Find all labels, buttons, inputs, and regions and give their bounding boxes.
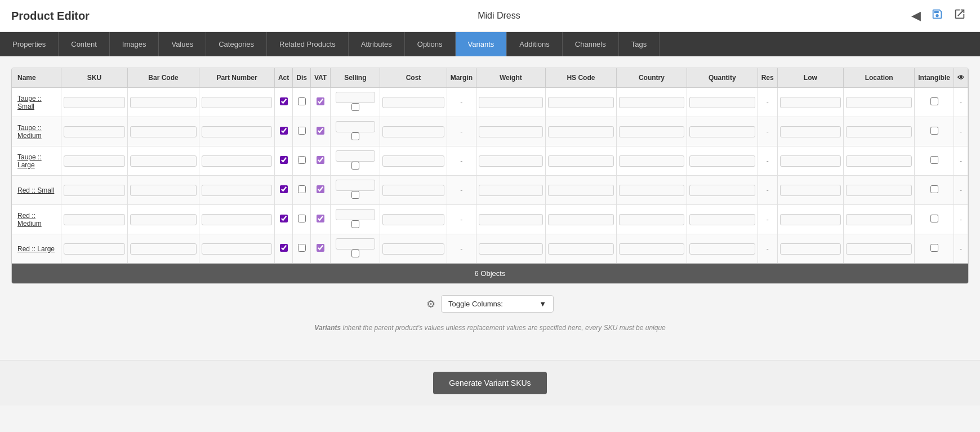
act-checkbox[interactable] [280, 185, 288, 193]
variant-name-link[interactable]: Taupe :: Large [17, 153, 42, 169]
generate-variant-skus-button[interactable]: Generate Variant SKUs [433, 372, 546, 394]
vat-checkbox[interactable] [317, 244, 324, 252]
intangible-checkbox[interactable] [930, 244, 938, 252]
tab-values[interactable]: Values [159, 32, 206, 56]
export-button[interactable] [951, 7, 969, 25]
vat-checkbox[interactable] [317, 185, 324, 193]
low-input[interactable] [780, 126, 841, 137]
weight-input[interactable] [479, 155, 543, 167]
low-input[interactable] [780, 155, 841, 167]
tab-tags[interactable]: Tags [619, 32, 660, 56]
intangible-checkbox[interactable] [930, 215, 938, 222]
vat-checkbox[interactable] [317, 156, 324, 164]
tab-attributes[interactable]: Attributes [349, 32, 405, 56]
partnumber-input[interactable] [202, 214, 272, 225]
intangible-checkbox[interactable] [930, 185, 938, 193]
selling-input[interactable] [336, 121, 375, 132]
country-input[interactable] [619, 97, 684, 108]
partnumber-input[interactable] [202, 243, 272, 255]
toggle-columns-dropdown[interactable]: Toggle Columns: ▼ [441, 295, 554, 313]
intangible-checkbox[interactable] [930, 127, 938, 135]
weight-input[interactable] [479, 214, 543, 225]
weight-input[interactable] [479, 185, 543, 196]
selling-checkbox[interactable] [351, 103, 359, 111]
selling-input[interactable] [336, 209, 375, 220]
variant-name-link[interactable]: Taupe :: Medium [17, 124, 42, 140]
selling-input[interactable] [336, 92, 375, 103]
barcode-input[interactable] [130, 214, 197, 225]
tab-properties[interactable]: Properties [0, 32, 59, 56]
country-input[interactable] [619, 185, 684, 196]
selling-checkbox[interactable] [351, 220, 359, 228]
dis-checkbox[interactable] [298, 215, 306, 222]
cost-input[interactable] [382, 243, 444, 255]
selling-checkbox[interactable] [351, 162, 359, 170]
sku-input[interactable] [64, 155, 125, 167]
tab-images[interactable]: Images [110, 32, 159, 56]
variant-name-link[interactable]: Red :: Medium [17, 212, 42, 228]
back-button[interactable]: ◀ [908, 7, 924, 25]
weight-input[interactable] [479, 243, 543, 255]
hscode-input[interactable] [548, 155, 614, 167]
barcode-input[interactable] [130, 155, 197, 167]
tab-content[interactable]: Content [59, 32, 110, 56]
selling-input[interactable] [336, 180, 375, 191]
act-checkbox[interactable] [280, 215, 288, 222]
partnumber-input[interactable] [202, 155, 272, 167]
low-input[interactable] [780, 97, 841, 108]
tab-related-products[interactable]: Related Products [267, 32, 349, 56]
low-input[interactable] [780, 214, 841, 225]
selling-checkbox[interactable] [351, 250, 359, 257]
location-input[interactable] [846, 155, 912, 167]
quantity-input[interactable] [689, 243, 755, 255]
partnumber-input[interactable] [202, 185, 272, 196]
tab-options[interactable]: Options [405, 32, 456, 56]
selling-input[interactable] [336, 238, 375, 250]
act-checkbox[interactable] [280, 244, 288, 252]
dis-checkbox[interactable] [298, 244, 306, 252]
save-button[interactable] [928, 7, 946, 25]
hscode-input[interactable] [548, 97, 614, 108]
selling-checkbox[interactable] [351, 191, 359, 199]
location-input[interactable] [846, 126, 912, 137]
sku-input[interactable] [64, 126, 125, 137]
country-input[interactable] [619, 126, 684, 137]
low-input[interactable] [780, 185, 841, 196]
act-checkbox[interactable] [280, 156, 288, 164]
tab-channels[interactable]: Channels [563, 32, 619, 56]
cost-input[interactable] [382, 97, 444, 108]
weight-input[interactable] [479, 126, 543, 137]
partnumber-input[interactable] [202, 97, 272, 108]
dis-checkbox[interactable] [298, 127, 306, 135]
hscode-input[interactable] [548, 243, 614, 255]
cost-input[interactable] [382, 185, 444, 196]
cost-input[interactable] [382, 214, 444, 225]
quantity-input[interactable] [689, 126, 755, 137]
tab-categories[interactable]: Categories [206, 32, 267, 56]
barcode-input[interactable] [130, 126, 197, 137]
country-input[interactable] [619, 214, 684, 225]
dis-checkbox[interactable] [298, 97, 306, 105]
vat-checkbox[interactable] [317, 127, 324, 135]
intangible-checkbox[interactable] [930, 97, 938, 105]
country-input[interactable] [619, 243, 684, 255]
country-input[interactable] [619, 155, 684, 167]
dis-checkbox[interactable] [298, 185, 306, 193]
hscode-input[interactable] [548, 214, 614, 225]
low-input[interactable] [780, 243, 841, 255]
sku-input[interactable] [64, 185, 125, 196]
act-checkbox[interactable] [280, 127, 288, 135]
barcode-input[interactable] [130, 185, 197, 196]
sku-input[interactable] [64, 243, 125, 255]
vat-checkbox[interactable] [317, 215, 324, 222]
quantity-input[interactable] [689, 214, 755, 225]
variant-name-link[interactable]: Red :: Small [17, 186, 54, 194]
location-input[interactable] [846, 97, 912, 108]
quantity-input[interactable] [689, 97, 755, 108]
cost-input[interactable] [382, 126, 444, 137]
act-checkbox[interactable] [280, 97, 288, 105]
barcode-input[interactable] [130, 97, 197, 108]
location-input[interactable] [846, 243, 912, 255]
weight-input[interactable] [479, 97, 543, 108]
location-input[interactable] [846, 185, 912, 196]
